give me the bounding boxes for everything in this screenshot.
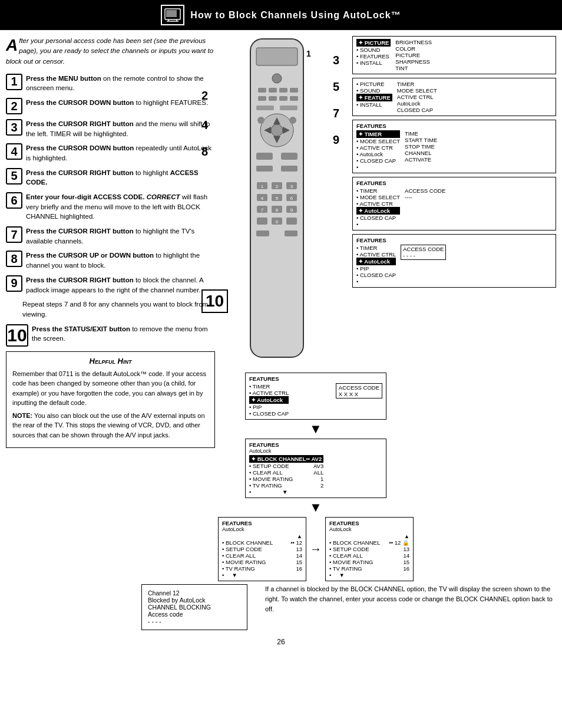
step-5-number: 5 xyxy=(6,168,22,185)
remote-svg: 1 2 3 4 5 6 7 8 9 xyxy=(218,36,336,366)
channels-locked: FEATURES AutoLock ▲ • BLOCK CHANNEL•• 12… xyxy=(325,517,414,581)
step-8-bold: Press the CURSOR UP or DOWN button xyxy=(26,252,154,259)
step-6-text: Enter your four-digit ACCESS CODE. CORRE… xyxy=(26,192,215,222)
axxxx-code-box: ACCESS CODE X X X X xyxy=(336,383,382,398)
fae-closed: • CLOSED CAP xyxy=(356,272,396,278)
abc-block-hl: ✦ BLOCK CHANNEL •• AV2 xyxy=(249,455,323,463)
arrow-down-2: ▼ xyxy=(309,500,322,515)
bs-line3: CHANNEL BLOCKING xyxy=(148,604,241,611)
overlay-8: 8 xyxy=(201,145,208,159)
svg-text:9: 9 xyxy=(290,207,293,213)
abc-setup: • SETUP CODEAV3 xyxy=(249,463,323,469)
svg-point-24 xyxy=(257,117,265,124)
ft-content: ✦ TIMER • MODE SELECT • ACTIVE CTR • Aut… xyxy=(356,130,552,170)
bs-line5: - - - - xyxy=(148,618,241,625)
svg-rect-12 xyxy=(258,96,266,101)
cl-ch16-label: • TV RATING xyxy=(329,565,362,572)
hint-box: Helpful Hint Remember that 0711 is the d… xyxy=(6,351,215,449)
bottom-diagram: FEATURES • TIMER • ACTIVE CTRL ✦ AutoLoc… xyxy=(218,373,556,581)
step-1-number: 1 xyxy=(6,74,22,90)
step-3: 3 Press the CURSOR RIGHT button and the … xyxy=(6,119,215,139)
step-9-number: 9 xyxy=(6,275,22,292)
step-4: 4 Press the CURSOR DOWN button repeatedl… xyxy=(6,143,215,163)
svg-rect-8 xyxy=(258,88,266,93)
header-icon xyxy=(161,5,184,25)
menu-item-picture-hl: ✦ PICTURE xyxy=(356,39,391,47)
step-3-bold: Press the CURSOR RIGHT button xyxy=(26,120,134,127)
ftr-activate: ACTIVATE xyxy=(405,156,437,163)
autolock-blockchannel-screen: FEATURES AutoLock ✦ BLOCK CHANNEL •• AV2… xyxy=(245,439,386,498)
fae-title: FEATURES xyxy=(356,237,552,243)
fae-timer: • TIMER xyxy=(356,245,396,251)
step-3-number: 3 xyxy=(6,119,22,136)
fa-content: • TIMER • MODE SELECT • ACTIVE CTR ✦ Aut… xyxy=(356,187,552,228)
svg-point-23 xyxy=(271,124,283,136)
fa-closed: • CLOSED CAP xyxy=(356,215,400,221)
cl-title: FEATURES xyxy=(329,520,409,526)
svg-rect-15 xyxy=(290,96,298,101)
svg-rect-29 xyxy=(281,166,297,172)
cl-ch12-val: •• 12 🔒 xyxy=(389,539,410,546)
page-number: 26 xyxy=(0,633,562,651)
step-10-number: 10 xyxy=(6,324,28,347)
svg-point-7 xyxy=(272,74,282,83)
arrow-down-1: ▼ xyxy=(309,421,322,437)
abc-subtitle: AutoLock xyxy=(249,448,382,454)
svg-rect-4 xyxy=(166,10,177,17)
fa-mode: • MODE SELECT xyxy=(356,194,400,200)
fa-title: FEATURES xyxy=(356,180,552,186)
right-picture: PICTURE xyxy=(395,52,432,58)
hint-text: Remember that 0711 is the default AutoLo… xyxy=(12,369,209,440)
svg-rect-27 xyxy=(281,153,297,160)
abc-clear-label: • CLEAR ALL xyxy=(249,469,283,476)
svg-text:7: 7 xyxy=(261,207,264,213)
abc-bullet: • ▼ xyxy=(249,489,323,495)
cu-ch14-label: • CLEAR ALL xyxy=(222,552,256,559)
features-timer-screen: FEATURES ✦ TIMER • MODE SELECT • ACTIVE … xyxy=(352,120,556,173)
svg-rect-13 xyxy=(269,96,277,101)
menu-item-install: • INSTALL xyxy=(356,60,391,66)
cu-ch12-val: •• 12 xyxy=(290,539,302,546)
cl-ch15-val: 15 xyxy=(403,559,409,565)
abc-clear: • CLEAR ALLALL xyxy=(249,469,323,476)
step-3-text: Press the CURSOR RIGHT button and the me… xyxy=(26,119,215,139)
svg-text:8: 8 xyxy=(276,207,279,213)
svg-text:6: 6 xyxy=(290,196,293,201)
fae-access-label: ACCESS CODE xyxy=(403,246,444,252)
intro-text: After your personal access code has been… xyxy=(6,36,215,67)
menu-screen-1-content: ✦ PICTURE • SOUND • FEATURES • INSTALL B… xyxy=(356,39,552,71)
cl-ch14: • CLEAR ALL14 xyxy=(329,552,409,559)
fae-pip: • PIP xyxy=(356,265,396,272)
abc-tv-val: 2 xyxy=(320,482,323,489)
ft-left: ✦ TIMER • MODE SELECT • ACTIVE CTR • Aut… xyxy=(356,130,400,170)
step-9: 9 Press the CURSOR RIGHT button to block… xyxy=(6,275,215,295)
features-autolock-screen: FEATURES • TIMER • MODE SELECT • ACTIVE … xyxy=(352,177,556,230)
cu-bullet: • ▼ xyxy=(222,572,302,578)
step-7-number: 7 xyxy=(6,226,22,243)
step-2-bold: Press the CURSOR DOWN button xyxy=(26,99,134,106)
right-area: 3 5 7 9 2 4 8 10 xyxy=(215,36,556,581)
cu-subtitle: AutoLock xyxy=(222,526,302,532)
step-1-text: Press the MENU button on the remote cont… xyxy=(26,74,215,93)
svg-rect-17 xyxy=(280,106,297,110)
cu-arrow-up: ▲ xyxy=(222,533,302,539)
cl-ch15-label: • MOVIE RATING xyxy=(329,559,373,565)
ft-bullet: • xyxy=(356,164,400,170)
svg-rect-26 xyxy=(256,153,273,160)
abc-movie-label: • MOVIE RATING xyxy=(249,476,293,482)
svg-rect-48 xyxy=(257,218,267,225)
far-access: ACCESS CODE xyxy=(405,187,445,194)
menu-screen-2-content: • PICTURE • SOUND ✦ FEATURE • INSTALL TI… xyxy=(356,81,552,113)
fae-content: • TIMER • ACTIVE CTRL ✦ AutoLock • PIP •… xyxy=(356,245,552,285)
step-10-bold: Press the STATUS/EXIT button xyxy=(32,325,130,332)
ft-mode: • MODE SELECT xyxy=(356,138,400,144)
svg-rect-52 xyxy=(256,230,269,236)
ft-right: TIME START TIME STOP TIME CHANNEL ACTIVA… xyxy=(405,130,437,170)
repeat-text: Repeat steps 7 and 8 for any channels yo… xyxy=(22,299,215,319)
ms2r-closed: CLOSED CAP xyxy=(397,107,437,113)
menu-item-features: • FEATURES xyxy=(356,53,391,60)
drop-cap: A xyxy=(6,37,18,54)
bs-line2: Blocked by AutoLock xyxy=(148,597,241,604)
svg-rect-11 xyxy=(290,88,298,93)
fa-active: • ACTIVE CTR xyxy=(356,200,400,207)
